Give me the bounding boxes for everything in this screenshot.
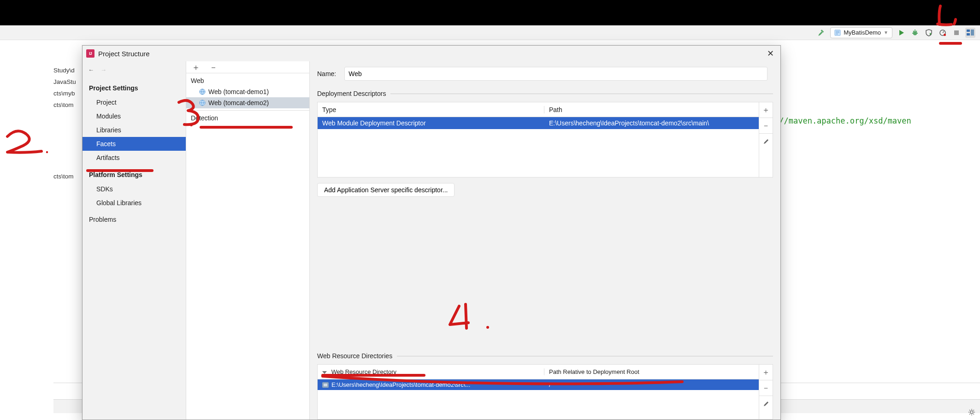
cell-wr-dir: E:\Users\hecheng\IdeaProjects\tomcat-dem… (331, 381, 470, 388)
edit-row-icon[interactable] (759, 396, 773, 412)
remove-row-icon[interactable]: － (759, 118, 773, 134)
gear-icon[interactable] (968, 408, 975, 417)
table-header: Type Path (318, 102, 759, 117)
svg-line-8 (913, 31, 914, 32)
web-facet-icon (199, 100, 206, 106)
facet-name-input[interactable] (344, 67, 767, 81)
code-fragment: ://maven.apache.org/xsd/maven (774, 116, 911, 125)
sidebar-item-sdks[interactable]: SDKs (83, 182, 186, 196)
add-facet-icon[interactable]: ＋ (192, 62, 200, 73)
coverage-icon[interactable] (924, 28, 934, 38)
table-row[interactable]: E:\Users\hecheng\IdeaProjects\tomcat-dem… (318, 379, 759, 390)
col-type[interactable]: Type (318, 106, 544, 113)
add-server-descriptor-button[interactable]: Add Application Server specific descript… (317, 183, 455, 197)
sidebar-item-modules[interactable]: Modules (83, 109, 186, 123)
svg-rect-1 (836, 31, 839, 32)
dialog-title: Project Structure (98, 50, 150, 58)
separator (397, 356, 773, 356)
detection-tab[interactable]: Detection (186, 110, 309, 125)
col-path[interactable]: Path (544, 106, 759, 113)
crop-black-band (0, 0, 980, 25)
svg-rect-2 (836, 32, 839, 33)
svg-point-16 (970, 411, 973, 414)
sidebar-item-artifacts[interactable]: Artifacts (83, 151, 186, 165)
svg-point-28 (46, 151, 48, 153)
profile-icon[interactable] (938, 28, 948, 38)
dialog-titlebar: Project Structure ✕ (83, 46, 780, 61)
deployment-descriptors-table: Type Path Web Module Deployment Descript… (317, 102, 773, 177)
sidebar-group-project: Project Settings (83, 81, 186, 95)
chevron-down-icon: ▼ (884, 30, 888, 35)
intellij-logo-icon (86, 49, 94, 58)
deployment-descriptors-title: Deployment Descriptors (317, 90, 386, 97)
table-side-buttons: ＋ － (759, 365, 773, 419)
web-facet-icon (199, 89, 206, 95)
separator (390, 94, 773, 94)
facet-node-label: Web (tomcat-demo1) (208, 88, 269, 95)
svg-line-9 (916, 31, 917, 32)
table-row[interactable]: Web Module Deployment Descriptor E:\User… (318, 117, 759, 129)
facet-node-web-2[interactable]: Web (tomcat-demo2) (186, 97, 309, 108)
nav-history: ← → (83, 61, 186, 78)
forward-arrow-icon[interactable]: → (100, 66, 106, 73)
svg-line-22 (974, 414, 974, 415)
col-wr-path[interactable]: Path Relative to Deployment Root (544, 368, 759, 375)
name-label: Name: (317, 70, 336, 77)
table-header: Web Resource Directory Path Relative to … (318, 365, 759, 379)
editor-tab-partials: Study\d JavaStu cts\myb cts\tom cts\tom (53, 65, 76, 182)
facet-group-web[interactable]: Web (186, 75, 309, 86)
ide-toolbar: MyBatisDemo ▼ (0, 25, 980, 40)
sidebar-item-project[interactable]: Project (83, 95, 186, 109)
table-side-buttons: ＋ － (759, 102, 773, 177)
back-arrow-icon[interactable]: ← (88, 66, 94, 73)
svg-line-21 (969, 410, 970, 411)
sidebar-item-problems[interactable]: Problems (83, 213, 186, 226)
cell-path: E:\Users\hecheng\IdeaProjects\tomcat-dem… (544, 119, 759, 127)
facet-node-web-1[interactable]: Web (tomcat-demo1) (186, 86, 309, 97)
cell-type: Web Module Deployment Descriptor (318, 119, 544, 127)
sort-icon (322, 371, 327, 374)
add-row-icon[interactable]: ＋ (759, 102, 773, 118)
edit-row-icon[interactable] (759, 134, 773, 149)
svg-rect-12 (954, 30, 959, 35)
cell-wr-path: / (544, 381, 759, 388)
run-config-icon (834, 30, 841, 36)
add-row-icon[interactable]: ＋ (759, 365, 773, 380)
svg-line-24 (974, 410, 974, 411)
close-icon[interactable]: ✕ (764, 48, 777, 59)
remove-row-icon[interactable]: － (759, 380, 773, 396)
run-config-label: MyBatisDemo (844, 29, 881, 36)
facet-editor: Name: Deployment Descriptors Type Path W… (310, 61, 780, 420)
svg-rect-13 (967, 30, 970, 32)
sidebar-group-platform: Platform Settings (83, 167, 186, 182)
svg-line-23 (969, 414, 970, 415)
build-icon[interactable] (816, 28, 827, 38)
run-icon[interactable] (896, 28, 906, 38)
settings-sidebar: ← → Project Settings Project Modules Lib… (83, 61, 186, 420)
web-resource-dirs-title: Web Resource Directories (317, 352, 392, 360)
project-structure-icon[interactable] (965, 28, 975, 38)
facets-list-pane: ＋ － Web Web (tomcat-demo1) Web (tomcat-d… (186, 61, 310, 420)
web-resource-table: Web Resource Directory Path Relative to … (317, 364, 773, 420)
sidebar-item-global-libraries[interactable]: Global Libraries (83, 196, 186, 210)
facet-node-label: Web (tomcat-demo2) (208, 99, 269, 106)
svg-point-11 (944, 34, 946, 36)
sidebar-item-facets[interactable]: Facets (83, 137, 186, 151)
debug-icon[interactable] (910, 28, 920, 38)
remove-facet-icon[interactable]: － (209, 62, 218, 73)
folder-icon (322, 382, 329, 388)
project-structure-dialog: Project Structure ✕ ← → Project Settings… (82, 45, 781, 420)
sidebar-item-libraries[interactable]: Libraries (83, 123, 186, 137)
run-config-selector[interactable]: MyBatisDemo ▼ (830, 27, 892, 38)
stop-icon[interactable] (951, 28, 962, 38)
svg-rect-15 (971, 30, 974, 35)
col-wr-dir[interactable]: Web Resource Directory (318, 368, 544, 375)
svg-rect-14 (967, 33, 970, 35)
svg-rect-3 (836, 34, 838, 35)
